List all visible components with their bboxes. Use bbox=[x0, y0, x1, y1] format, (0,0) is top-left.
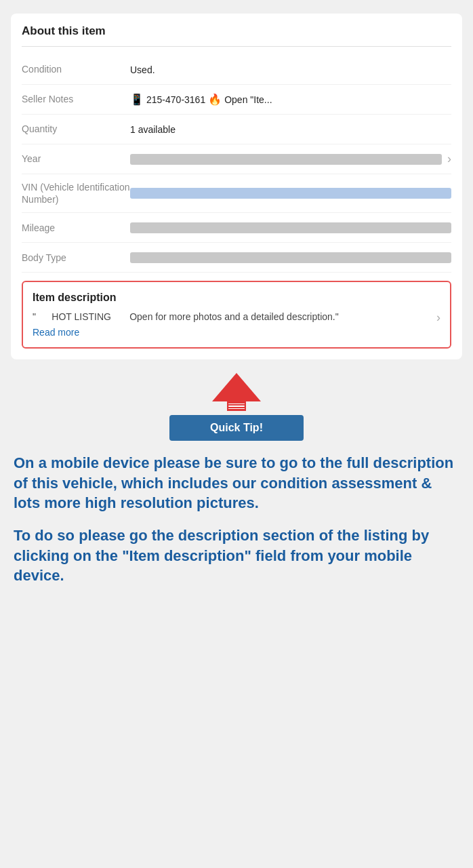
arrow-lines bbox=[227, 401, 246, 411]
vin-row: VIN (Vehicle Identification Number) bbox=[22, 174, 451, 213]
body-type-value bbox=[130, 252, 451, 263]
description-text: " HOT LISTING Open for more photos and a… bbox=[33, 311, 339, 322]
body-type-label: Body Type bbox=[22, 252, 130, 264]
condition-value: Used. bbox=[130, 64, 451, 75]
arrow-line-2 bbox=[228, 406, 245, 406]
description-chevron-icon: › bbox=[436, 311, 440, 325]
condition-row: Condition Used. bbox=[22, 55, 451, 85]
read-more-link[interactable]: Read more bbox=[33, 327, 431, 338]
year-row[interactable]: Year › bbox=[22, 144, 451, 174]
tip-section: Quick Tip! bbox=[11, 373, 462, 441]
seller-notes-label: Seller Notes bbox=[22, 93, 130, 105]
quantity-value: 1 available bbox=[130, 124, 451, 135]
item-description-bold: Item description bbox=[129, 547, 245, 564]
about-item-card: About this item Condition Used. Seller N… bbox=[11, 14, 462, 359]
phone-icon: 📱 bbox=[130, 93, 144, 106]
fire-icon: 🔥 bbox=[208, 93, 222, 106]
condition-label: Condition bbox=[22, 63, 130, 75]
phone-number: 215-470-3161 bbox=[146, 94, 205, 105]
vin-value bbox=[130, 188, 451, 199]
year-value bbox=[130, 154, 442, 165]
description-title: Item description bbox=[33, 292, 440, 304]
seller-notes-value: 📱 215-470-3161 🔥 Open "Ite... bbox=[130, 93, 272, 106]
quantity-row: Quantity 1 available bbox=[22, 115, 451, 144]
seller-notes-extra: Open "Ite... bbox=[224, 94, 272, 105]
tip-text-secondary: To do so please go the description secti… bbox=[11, 526, 462, 586]
year-chevron-icon: › bbox=[447, 152, 451, 166]
arrow-line-3 bbox=[228, 408, 245, 409]
year-label: Year bbox=[22, 153, 130, 165]
quick-tip-banner: Quick Tip! bbox=[169, 415, 304, 441]
divider bbox=[22, 46, 451, 47]
seller-notes-row: Seller Notes 📱 215-470-3161 🔥 Open "Ite.… bbox=[22, 85, 451, 115]
arrow-up-icon bbox=[212, 373, 261, 401]
body-type-row: Body Type bbox=[22, 243, 451, 273]
item-description-box[interactable]: Item description " HOT LISTING Open for … bbox=[22, 281, 451, 349]
description-content: " HOT LISTING Open for more photos and a… bbox=[33, 311, 440, 338]
tip-text-main: On a mobile device please be sure to go … bbox=[11, 453, 462, 513]
mileage-value bbox=[130, 222, 451, 233]
arrow-line-1 bbox=[228, 403, 245, 404]
mileage-label: Mileage bbox=[22, 222, 130, 234]
quantity-label: Quantity bbox=[22, 123, 130, 135]
mileage-row: Mileage bbox=[22, 213, 451, 243]
vin-label: VIN (Vehicle Identification Number) bbox=[22, 181, 130, 205]
card-title: About this item bbox=[22, 24, 451, 38]
